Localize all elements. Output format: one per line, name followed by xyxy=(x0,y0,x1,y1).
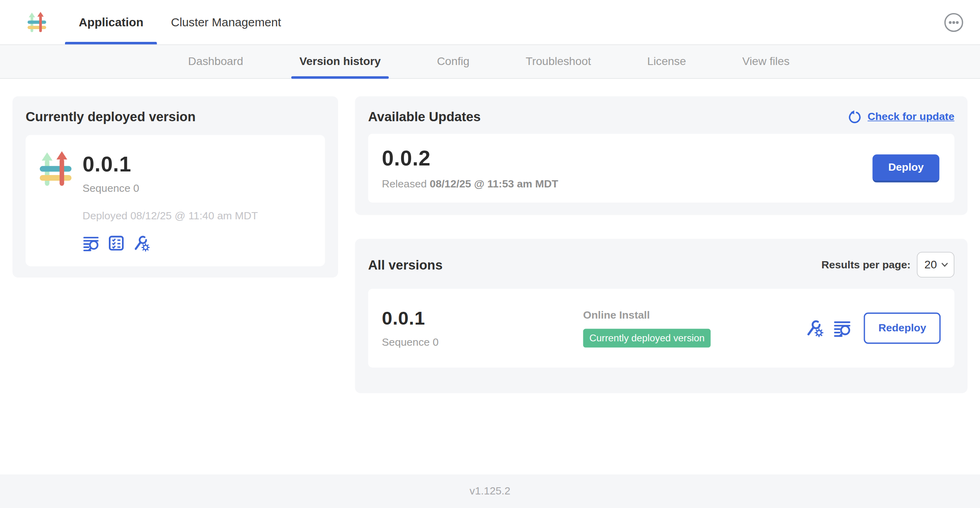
deployed-timestamp: Deployed 08/12/25 @ 11:40 am MDT xyxy=(83,210,258,222)
tab-troubleshoot-label: Troubleshoot xyxy=(526,55,591,68)
chevron-down-icon xyxy=(941,262,948,268)
update-version-number: 0.0.2 xyxy=(382,146,558,170)
results-per-page: Results per page: 20 xyxy=(821,252,954,278)
install-type: Online Install xyxy=(583,309,805,321)
currently-deployed-title: Currently deployed version xyxy=(26,109,325,124)
tab-config[interactable]: Config xyxy=(429,45,478,78)
logs-icon[interactable] xyxy=(83,234,100,252)
check-for-update-link[interactable]: Check for update xyxy=(848,110,954,124)
tab-troubleshoot[interactable]: Troubleshoot xyxy=(518,45,599,78)
currently-deployed-version-panel: 0.0.1 Sequence 0 Deployed 08/12/25 @ 11:… xyxy=(26,135,325,266)
version-row-info: 0.0.1 Sequence 0 xyxy=(382,307,583,349)
preflight-checklist-icon[interactable] xyxy=(108,234,125,252)
available-updates-header: Available Updates Check for update xyxy=(368,109,954,124)
tab-version-history-label: Version history xyxy=(299,55,381,68)
logs-icon[interactable] xyxy=(833,319,852,337)
tab-view-files-label: View files xyxy=(742,55,790,68)
refresh-icon xyxy=(848,110,862,124)
console-version: v1.125.2 xyxy=(470,485,510,497)
available-update-info: 0.0.2 Released 08/12/25 @ 11:53 am MDT xyxy=(382,146,558,190)
tab-license-label: License xyxy=(647,55,686,68)
deployed-sequence: Sequence 0 xyxy=(83,183,258,195)
deployed-version-number: 0.0.1 xyxy=(83,152,258,176)
available-update-row: 0.0.2 Released 08/12/25 @ 11:53 am MDT D… xyxy=(368,134,954,202)
version-sequence: Sequence 0 xyxy=(382,336,583,349)
app-logo-icon xyxy=(37,150,74,189)
deployed-version-actions xyxy=(83,234,258,252)
tab-dashboard-label: Dashboard xyxy=(188,55,243,68)
version-row-actions: Redeploy xyxy=(805,313,941,344)
currently-deployed-badge: Currently deployed version xyxy=(583,329,711,347)
tab-application[interactable]: Application xyxy=(65,0,157,44)
admin-console-page: Application Cluster Management Dashboard… xyxy=(0,0,980,508)
version-row: 0.0.1 Sequence 0 Online Install Currentl… xyxy=(368,289,954,368)
redeploy-button[interactable]: Redeploy xyxy=(864,313,941,344)
all-versions-title: All versions xyxy=(368,257,443,272)
results-per-page-select[interactable]: 20 xyxy=(917,252,954,278)
config-wrench-icon[interactable] xyxy=(805,319,824,337)
ellipsis-menu-icon[interactable] xyxy=(944,12,964,32)
tab-dashboard[interactable]: Dashboard xyxy=(180,45,251,78)
app-tabs: Application Cluster Management xyxy=(65,0,295,44)
all-versions-card: All versions Results per page: 20 0.0 xyxy=(355,239,967,393)
app-subnav: Dashboard Version history Config Trouble… xyxy=(0,45,980,79)
available-updates-title: Available Updates xyxy=(368,109,480,124)
released-timestamp: 08/12/25 @ 11:53 am MDT xyxy=(430,178,558,190)
tab-cluster-management-label: Cluster Management xyxy=(171,15,281,29)
released-label: Released xyxy=(382,178,427,190)
deploy-button[interactable]: Deploy xyxy=(873,154,939,182)
available-updates-card: Available Updates Check for update 0.0.2… xyxy=(355,96,967,215)
main-content: Currently deployed version 0.0.1 Sequenc… xyxy=(0,79,980,394)
app-header: Application Cluster Management xyxy=(0,0,980,45)
tab-license[interactable]: License xyxy=(639,45,694,78)
currently-deployed-card: Currently deployed version 0.0.1 Sequenc… xyxy=(12,96,338,278)
results-per-page-value: 20 xyxy=(924,258,937,271)
config-wrench-icon[interactable] xyxy=(132,234,150,252)
check-for-update-label: Check for update xyxy=(868,110,954,123)
version-number: 0.0.1 xyxy=(382,307,583,329)
tab-application-label: Application xyxy=(79,15,144,29)
deployed-version-info: 0.0.1 Sequence 0 Deployed 08/12/25 @ 11:… xyxy=(83,147,258,252)
page-footer: v1.125.2 xyxy=(0,475,980,508)
tab-cluster-management[interactable]: Cluster Management xyxy=(157,0,295,44)
version-row-status: Online Install Currently deployed versio… xyxy=(583,309,805,347)
tab-view-files[interactable]: View files xyxy=(734,45,797,78)
tab-version-history[interactable]: Version history xyxy=(291,45,389,78)
update-released-line: Released 08/12/25 @ 11:53 am MDT xyxy=(382,178,558,190)
results-per-page-label: Results per page: xyxy=(821,258,911,271)
tab-config-label: Config xyxy=(437,55,470,68)
app-logo-icon xyxy=(26,8,47,37)
right-column: Available Updates Check for update 0.0.2… xyxy=(355,96,967,393)
all-versions-header: All versions Results per page: 20 xyxy=(368,252,954,278)
